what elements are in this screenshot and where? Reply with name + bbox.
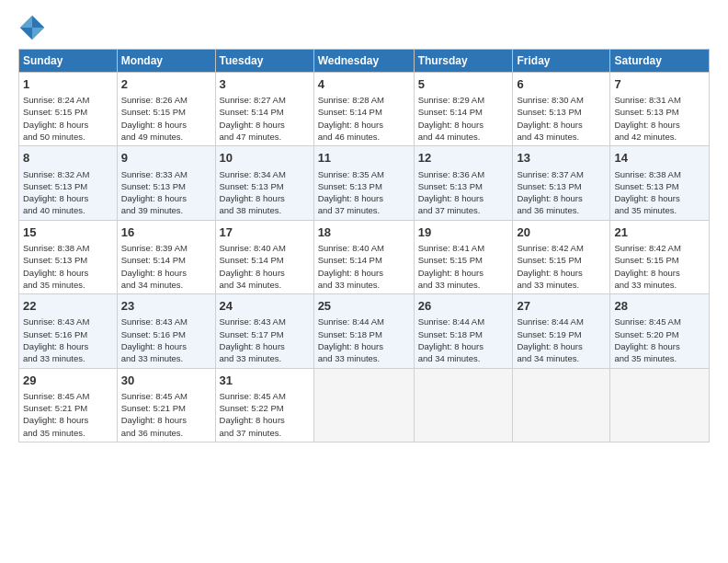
day-info: Sunrise: 8:41 AM Sunset: 5:15 PM Dayligh… [418, 242, 509, 291]
weekday-header-thursday: Thursday [414, 50, 513, 73]
calendar-cell: 16Sunrise: 8:39 AM Sunset: 5:14 PM Dayli… [117, 220, 215, 293]
day-number: 19 [418, 224, 509, 241]
day-number: 27 [517, 298, 606, 315]
calendar-cell: 13Sunrise: 8:37 AM Sunset: 5:13 PM Dayli… [513, 146, 610, 220]
calendar-week-2: 8Sunrise: 8:32 AM Sunset: 5:13 PM Daylig… [19, 146, 710, 220]
calendar-cell: 2Sunrise: 8:26 AM Sunset: 5:15 PM Daylig… [117, 73, 215, 146]
calendar-cell: 28Sunrise: 8:45 AM Sunset: 5:20 PM Dayli… [610, 294, 710, 368]
day-info: Sunrise: 8:24 AM Sunset: 5:15 PM Dayligh… [23, 94, 113, 143]
day-info: Sunrise: 8:44 AM Sunset: 5:18 PM Dayligh… [318, 316, 410, 364]
calendar-cell: 23Sunrise: 8:43 AM Sunset: 5:16 PM Dayli… [117, 294, 215, 368]
day-info: Sunrise: 8:43 AM Sunset: 5:17 PM Dayligh… [220, 316, 310, 364]
day-number: 20 [517, 224, 606, 241]
calendar-cell: 8Sunrise: 8:32 AM Sunset: 5:13 PM Daylig… [19, 146, 118, 220]
day-number: 25 [318, 298, 410, 315]
calendar-week-4: 22Sunrise: 8:43 AM Sunset: 5:16 PM Dayli… [19, 294, 710, 368]
calendar-cell: 30Sunrise: 8:45 AM Sunset: 5:21 PM Dayli… [117, 368, 215, 442]
day-number: 16 [121, 224, 211, 241]
calendar-cell: 29Sunrise: 8:45 AM Sunset: 5:21 PM Dayli… [19, 368, 118, 442]
day-number: 24 [220, 298, 310, 315]
calendar-cell: 18Sunrise: 8:40 AM Sunset: 5:14 PM Dayli… [313, 220, 414, 293]
calendar-cell [610, 368, 710, 442]
day-info: Sunrise: 8:40 AM Sunset: 5:14 PM Dayligh… [318, 242, 410, 291]
calendar-cell: 14Sunrise: 8:38 AM Sunset: 5:13 PM Dayli… [610, 146, 710, 220]
weekday-header-wednesday: Wednesday [313, 50, 414, 73]
day-info: Sunrise: 8:38 AM Sunset: 5:13 PM Dayligh… [614, 168, 705, 217]
day-info: Sunrise: 8:31 AM Sunset: 5:13 PM Dayligh… [614, 94, 705, 143]
page: SundayMondayTuesdayWednesdayThursdayFrid… [0, 0, 728, 563]
day-info: Sunrise: 8:34 AM Sunset: 5:13 PM Dayligh… [220, 168, 310, 217]
day-number: 5 [418, 76, 509, 93]
day-info: Sunrise: 8:40 AM Sunset: 5:14 PM Dayligh… [220, 242, 310, 291]
calendar-cell: 11Sunrise: 8:35 AM Sunset: 5:13 PM Dayli… [313, 146, 414, 220]
day-number: 7 [614, 76, 705, 93]
day-info: Sunrise: 8:26 AM Sunset: 5:15 PM Dayligh… [121, 94, 211, 143]
day-info: Sunrise: 8:45 AM Sunset: 5:21 PM Dayligh… [23, 390, 113, 439]
weekday-header-saturday: Saturday [610, 50, 710, 73]
calendar-cell [513, 368, 610, 442]
day-number: 2 [121, 76, 211, 93]
calendar-week-3: 15Sunrise: 8:38 AM Sunset: 5:13 PM Dayli… [19, 220, 710, 293]
logo-icon [18, 14, 46, 41]
weekday-header-sunday: Sunday [19, 50, 118, 73]
day-number: 22 [23, 298, 113, 315]
day-info: Sunrise: 8:39 AM Sunset: 5:14 PM Dayligh… [121, 242, 211, 291]
calendar-cell: 4Sunrise: 8:28 AM Sunset: 5:14 PM Daylig… [313, 73, 414, 146]
calendar-cell: 19Sunrise: 8:41 AM Sunset: 5:15 PM Dayli… [414, 220, 513, 293]
svg-marker-2 [20, 16, 32, 28]
day-info: Sunrise: 8:27 AM Sunset: 5:14 PM Dayligh… [220, 94, 310, 143]
calendar-cell: 22Sunrise: 8:43 AM Sunset: 5:16 PM Dayli… [19, 294, 118, 368]
day-info: Sunrise: 8:45 AM Sunset: 5:20 PM Dayligh… [614, 316, 705, 364]
day-number: 17 [220, 224, 310, 241]
day-number: 12 [418, 150, 509, 167]
day-number: 8 [23, 150, 113, 167]
calendar-week-1: 1Sunrise: 8:24 AM Sunset: 5:15 PM Daylig… [19, 73, 710, 146]
day-number: 26 [418, 298, 509, 315]
calendar-cell: 31Sunrise: 8:45 AM Sunset: 5:22 PM Dayli… [215, 368, 313, 442]
calendar-cell: 24Sunrise: 8:43 AM Sunset: 5:17 PM Dayli… [215, 294, 313, 368]
day-number: 1 [23, 76, 113, 93]
day-info: Sunrise: 8:32 AM Sunset: 5:13 PM Dayligh… [23, 168, 113, 217]
day-number: 29 [23, 373, 113, 389]
svg-marker-3 [20, 28, 32, 40]
day-number: 31 [220, 373, 310, 389]
day-info: Sunrise: 8:44 AM Sunset: 5:19 PM Dayligh… [517, 316, 606, 364]
day-info: Sunrise: 8:35 AM Sunset: 5:13 PM Dayligh… [318, 168, 410, 217]
calendar-cell [414, 368, 513, 442]
header [18, 14, 710, 41]
day-info: Sunrise: 8:43 AM Sunset: 5:16 PM Dayligh… [23, 316, 113, 364]
calendar-cell: 9Sunrise: 8:33 AM Sunset: 5:13 PM Daylig… [117, 146, 215, 220]
weekday-header-monday: Monday [117, 50, 215, 73]
calendar-cell: 25Sunrise: 8:44 AM Sunset: 5:18 PM Dayli… [313, 294, 414, 368]
day-info: Sunrise: 8:37 AM Sunset: 5:13 PM Dayligh… [517, 168, 606, 217]
day-number: 30 [121, 373, 211, 389]
day-info: Sunrise: 8:45 AM Sunset: 5:21 PM Dayligh… [121, 390, 211, 439]
calendar: SundayMondayTuesdayWednesdayThursdayFrid… [18, 49, 710, 442]
day-number: 10 [220, 150, 310, 167]
day-number: 18 [318, 224, 410, 241]
logo [18, 14, 50, 41]
day-number: 3 [220, 76, 310, 93]
day-info: Sunrise: 8:42 AM Sunset: 5:15 PM Dayligh… [614, 242, 705, 291]
day-number: 14 [614, 150, 705, 167]
weekday-header-friday: Friday [513, 50, 610, 73]
calendar-cell: 10Sunrise: 8:34 AM Sunset: 5:13 PM Dayli… [215, 146, 313, 220]
calendar-cell: 21Sunrise: 8:42 AM Sunset: 5:15 PM Dayli… [610, 220, 710, 293]
calendar-cell: 26Sunrise: 8:44 AM Sunset: 5:18 PM Dayli… [414, 294, 513, 368]
day-info: Sunrise: 8:42 AM Sunset: 5:15 PM Dayligh… [517, 242, 606, 291]
calendar-week-5: 29Sunrise: 8:45 AM Sunset: 5:21 PM Dayli… [19, 368, 710, 442]
day-number: 11 [318, 150, 410, 167]
calendar-cell: 3Sunrise: 8:27 AM Sunset: 5:14 PM Daylig… [215, 73, 313, 146]
day-number: 4 [318, 76, 410, 93]
day-number: 6 [517, 76, 606, 93]
calendar-cell [313, 368, 414, 442]
calendar-cell: 27Sunrise: 8:44 AM Sunset: 5:19 PM Dayli… [513, 294, 610, 368]
weekday-header-tuesday: Tuesday [215, 50, 313, 73]
svg-marker-1 [32, 28, 44, 40]
day-info: Sunrise: 8:28 AM Sunset: 5:14 PM Dayligh… [318, 94, 410, 143]
day-number: 9 [121, 150, 211, 167]
day-info: Sunrise: 8:43 AM Sunset: 5:16 PM Dayligh… [121, 316, 211, 364]
calendar-cell: 20Sunrise: 8:42 AM Sunset: 5:15 PM Dayli… [513, 220, 610, 293]
day-info: Sunrise: 8:36 AM Sunset: 5:13 PM Dayligh… [418, 168, 509, 217]
calendar-cell: 7Sunrise: 8:31 AM Sunset: 5:13 PM Daylig… [610, 73, 710, 146]
